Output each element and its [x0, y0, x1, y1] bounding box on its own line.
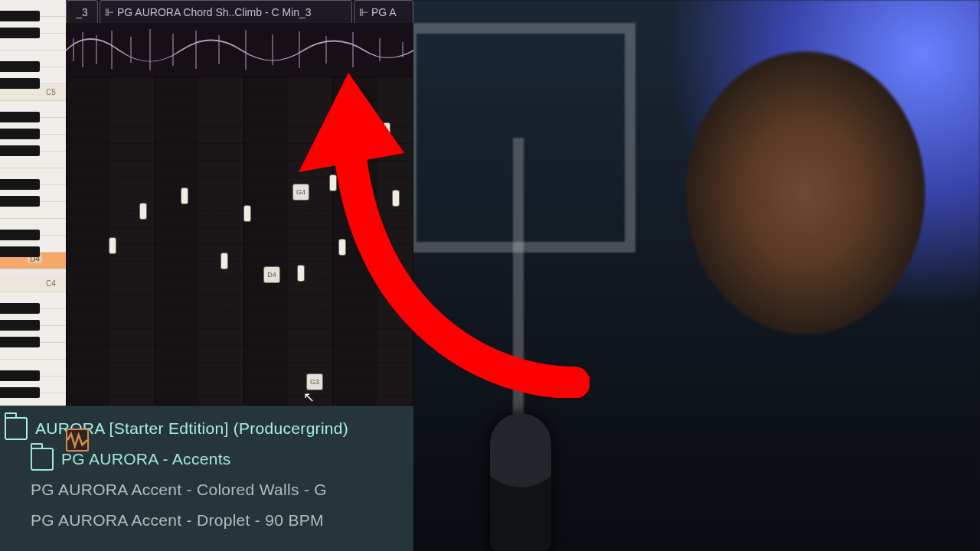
clip-strip: _3 ⊩ PG AURORA Chord Sh..Climb - C Min_3… [66, 0, 413, 23]
browser-file-label: PG AURORA Accent - Droplet - 90 BPM [31, 511, 324, 530]
midi-note[interactable] [392, 190, 400, 207]
browser-folder-label: PG AURORA - Accents [61, 450, 231, 468]
browser-file[interactable]: PG AURORA Accent - Colored Walls - G [5, 474, 409, 505]
midi-note[interactable] [383, 122, 390, 139]
sample-icon [66, 429, 89, 452]
midi-note[interactable]: D4 [263, 266, 280, 283]
folder-icon [5, 417, 28, 440]
sample-browser: AURORA [Starter Edtition] (Producergrind… [0, 406, 413, 551]
midi-note[interactable] [363, 191, 371, 208]
midi-note[interactable]: G3 [306, 373, 323, 390]
mouse-cursor-icon: ↖ [303, 389, 315, 404]
browser-file-label: PG AURORA Accent - Colored Walls - G [31, 481, 327, 499]
piano-roll-grid[interactable]: D4G4G3 ↖ [66, 77, 413, 406]
microphone-silhouette [490, 413, 551, 551]
clip-next-label: PG A [371, 2, 397, 23]
midi-note[interactable] [139, 203, 147, 220]
midi-note[interactable] [329, 174, 337, 191]
presenter-photo [398, 0, 980, 551]
midi-note[interactable]: G4 [292, 184, 309, 201]
midi-note[interactable] [109, 237, 116, 254]
midi-note[interactable] [297, 265, 305, 282]
clip-main[interactable]: ⊩ PG AURORA Chord Sh..Climb - C Min_3 [100, 0, 352, 24]
clip-main-label: PG AURORA Chord Sh..Climb - C Min_3 [117, 2, 312, 23]
octave-label-c5: C5 [46, 88, 56, 96]
audio-waveform[interactable] [66, 23, 413, 77]
audio-clip-icon: ⊩ [359, 2, 368, 23]
clip-prev-label: _3 [76, 2, 88, 23]
folder-icon [31, 448, 54, 471]
midi-note[interactable] [338, 239, 346, 256]
clip-prev[interactable]: _3 [66, 0, 98, 24]
clip-next[interactable]: ⊩ PG A [354, 0, 413, 24]
midi-note[interactable] [220, 253, 228, 269]
midi-note[interactable] [243, 205, 251, 222]
octave-label-c4: C4 [46, 279, 56, 288]
piano-roll-panel: _3 ⊩ PG AURORA Chord Sh..Climb - C Min_3… [0, 0, 413, 551]
piano-keyboard[interactable]: C5 D4 C4 [0, 0, 66, 406]
audio-clip-icon: ⊩ [105, 2, 114, 23]
midi-note[interactable] [181, 187, 188, 204]
browser-file[interactable]: PG AURORA Accent - Droplet - 90 BPM [5, 505, 409, 536]
